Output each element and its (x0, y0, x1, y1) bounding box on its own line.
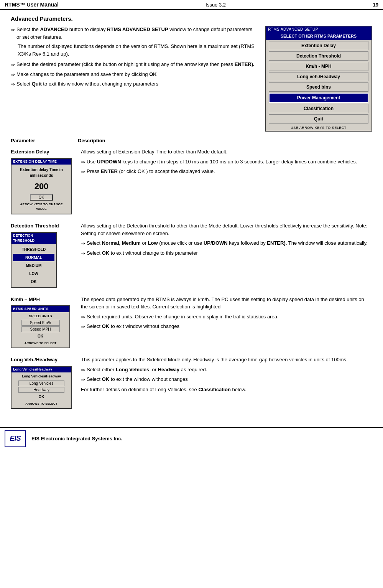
arrow-icon-thresh-1: ⇒ (81, 240, 85, 247)
footer-logo: EIS (5, 430, 26, 447)
rtms-window-footer: USE ARROW KEYS TO SELECT (266, 125, 371, 131)
longveh-ui: Long Vehicles/Headway Long Vehicles/Head… (11, 366, 72, 409)
extension-delay-value: 200 (15, 179, 68, 193)
main-content: Advanced Parameters. ⇒ Select the ADVANC… (0, 10, 383, 420)
threshold-ui-title: DETECTION THRESHOLD (12, 233, 56, 244)
page-header: RTMS™ User Manual Issue 3.2 19 (0, 0, 383, 10)
ext-delay-bullet-2: ⇒ Press ENTER (or click OK ) to accept t… (81, 168, 369, 176)
issue-label: Issue 3.2 (205, 2, 226, 8)
longveh-bullet-1: ⇒ Select either Long Vehicles, or Headwa… (81, 366, 369, 374)
threshold-medium-row[interactable]: MEDIUM (13, 262, 54, 269)
table-row-extension-delay: Extension Delay EXTENSION DELAY TIME Ext… (11, 146, 372, 220)
extension-delay-ui-title: EXTENSION DELAY TIME (12, 159, 71, 165)
intro-bullet-2: ⇒ Select the desired parameter (click th… (11, 61, 258, 69)
rtms-window-header: SELECT OTHER RTMS PARAMETERS (266, 32, 371, 40)
param-desc-long-veh: This parameter applies to the Sidefired … (78, 354, 372, 414)
col-parameter: Parameter (11, 138, 78, 146)
threshold-ui: DETECTION THRESHOLD THRESHOLD NORMAL MED… (11, 232, 57, 288)
table-row-long-veh: Long Veh./Headway Long Vehicles/Headway … (11, 354, 372, 414)
intro-text-4: Select Quit to exit this window without … (16, 80, 158, 88)
longveh-footer: ARROWS TO SELECT (14, 401, 69, 407)
param-name-extension-delay: Extension Delay EXTENSION DELAY TIME Ext… (11, 146, 78, 220)
menu-item-kmh-mph[interactable]: Km/h - MPH (269, 62, 368, 71)
footer-company-name: EIS Electronic Integrated Systems Inc. (31, 436, 122, 441)
speed-ui: RTMS SPEED UNITS SPEED UNITS Speed Km/h … (11, 305, 70, 348)
speed-body: SPEED UNITS Speed Km/h Speed MPH OK ARRO… (12, 312, 69, 348)
threshold-label-row: THRESHOLD (13, 246, 54, 253)
speed-bullet-1: ⇒ Select required units. Observe the cha… (81, 313, 369, 321)
speed-mph-btn[interactable]: Speed MPH (21, 326, 60, 332)
table-row-detection-threshold: Detection Threshold DETECTION THRESHOLD … (11, 220, 372, 293)
arrow-icon-thresh-2: ⇒ (81, 250, 85, 257)
col-description: Description (78, 138, 372, 146)
threshold-normal-row[interactable]: NORMAL (13, 254, 54, 261)
speed-bullet-2: ⇒ Select OK to exit window without chang… (81, 323, 369, 331)
extension-delay-ok-btn[interactable]: OK (30, 194, 53, 201)
manual-title: RTMS™ User Manual (5, 2, 59, 8)
extension-delay-ui-body: Extention delay Time in milliseconds 200… (12, 165, 71, 214)
intro-text-2: Select the desired parameter (click the … (16, 61, 255, 69)
intro-note: The number of displayed functions depend… (18, 43, 258, 58)
menu-item-extension-delay[interactable]: Extention Delay (269, 41, 368, 50)
table-row-kmh-mph: Km/h – MPH RTMS SPEED UNITS SPEED UNITS … (11, 293, 372, 354)
page-footer: EIS EIS Electronic Integrated Systems In… (0, 427, 383, 450)
menu-item-long-veh[interactable]: Long veh./Headway (269, 72, 368, 81)
menu-item-speed-bins[interactable]: Speed bins (269, 82, 368, 92)
arrow-icon-ext-2: ⇒ (81, 168, 85, 176)
intro-text-1: Select the ADVANCED button to display RT… (16, 26, 258, 41)
menu-item-power-management[interactable]: Power Management (269, 93, 368, 103)
intro-text: ⇒ Select the ADVANCED button to display … (11, 26, 258, 132)
arrow-icon-1: ⇒ (11, 26, 15, 41)
arrow-icon-ext-1: ⇒ (81, 158, 85, 166)
intro-bullet-4: ⇒ Select Quit to exit this window withou… (11, 80, 258, 88)
page-number: 19 (373, 2, 378, 8)
ext-delay-bullet-1: ⇒ Use UP/DOWN keys to change it in steps… (81, 158, 369, 166)
param-name-detection-threshold: Detection Threshold DETECTION THRESHOLD … (11, 220, 78, 293)
speed-section-label: SPEED UNITS (14, 313, 67, 320)
arrow-icon-longveh-1: ⇒ (81, 366, 85, 374)
speed-footer: ARROWS TO SELECT (14, 340, 67, 346)
arrow-icon-longveh-2: ⇒ (81, 376, 85, 384)
longveh-ui-title: Long Vehicles/Headway (12, 367, 71, 373)
longveh-note: For further details on definition of Lon… (81, 386, 369, 394)
threshold-bullet-1: ⇒ Select Normal, Medium or Low (mouse cl… (81, 239, 369, 247)
param-name-long-veh: Long Veh./Headway Long Vehicles/Headway … (11, 354, 78, 414)
threshold-bullet-2: ⇒ Select OK to exit without change to th… (81, 249, 369, 257)
longveh-bullet-2: ⇒ Select OK to exit the window without c… (81, 376, 369, 384)
param-table: Parameter Description Extension Delay EX… (11, 138, 372, 414)
speed-kmh-btn[interactable]: Speed Km/h (21, 320, 60, 326)
rtms-advanced-setup-window: RTMS ADVANCED SETUP SELECT OTHER RTMS PA… (265, 26, 372, 132)
intro-bullet-1: ⇒ Select the ADVANCED button to display … (11, 26, 258, 41)
menu-item-classification[interactable]: Classification (269, 104, 368, 113)
arrow-icon-speed-1: ⇒ (81, 313, 85, 321)
intro-text-3: Make changes to the parameters and save … (16, 71, 157, 79)
arrow-icon-4: ⇒ (11, 81, 15, 88)
menu-item-detection-threshold[interactable]: Detection Threshold (269, 51, 368, 61)
intro-section: ⇒ Select the ADVANCED button to display … (11, 26, 372, 132)
section-heading: Advanced Parameters. (11, 15, 372, 22)
longveh-ok-label[interactable]: OK (14, 394, 69, 400)
threshold-ok-row[interactable]: OK (13, 278, 54, 285)
rtms-window-title: RTMS ADVANCED SETUP (266, 26, 371, 32)
speed-ok-label[interactable]: OK (14, 333, 67, 339)
extension-delay-ui: EXTENSION DELAY TIME Extention delay Tim… (11, 158, 72, 215)
arrow-icon-speed-2: ⇒ (81, 323, 85, 331)
threshold-low-row[interactable]: LOW (13, 270, 54, 277)
arrow-icon-3: ⇒ (11, 71, 15, 79)
longveh-headway-btn[interactable]: Headway (18, 387, 64, 393)
param-desc-kmh-mph: The speed data generated by the RTMS is … (78, 293, 372, 354)
extension-delay-footer: ARROW KEYS TO CHANGE VALUE (15, 201, 68, 212)
intro-bullet-3: ⇒ Make changes to the parameters and sav… (11, 71, 258, 79)
threshold-body: THRESHOLD NORMAL MEDIUM LOW OK (12, 244, 56, 287)
menu-item-quit[interactable]: Quit (269, 114, 368, 124)
longveh-section-label: Long Vehicles/Headway (14, 374, 69, 380)
extension-delay-label: Extention delay Time in milliseconds (15, 166, 68, 179)
longveh-body: Long Vehicles/Headway Long Vehicles Head… (12, 372, 71, 408)
param-desc-extension-delay: Allows setting of Extension Delay Time t… (78, 146, 372, 220)
param-name-kmh-mph: Km/h – MPH RTMS SPEED UNITS SPEED UNITS … (11, 293, 78, 354)
arrow-icon-2: ⇒ (11, 61, 15, 69)
speed-ui-title: RTMS SPEED UNITS (12, 306, 69, 312)
param-desc-detection-threshold: Allows setting of the Detection threshol… (78, 220, 372, 293)
longveh-long-vehicles-btn[interactable]: Long Vehicles (18, 380, 64, 386)
